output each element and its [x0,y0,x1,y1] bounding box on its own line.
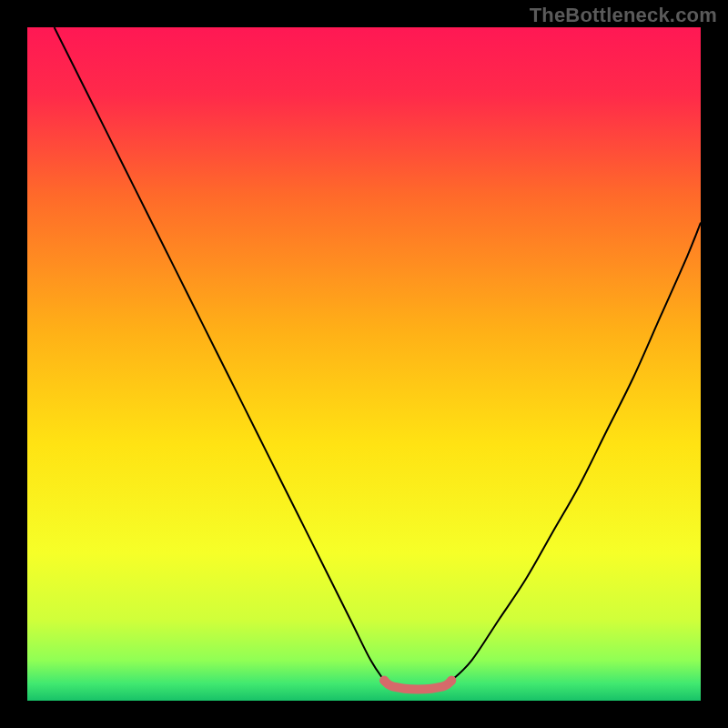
gradient-background [27,27,701,701]
watermark-text: TheBottleneck.com [530,4,717,27]
trough-end-dot [447,676,456,685]
chart-frame: TheBottleneck.com [0,0,728,728]
plot-area [27,27,701,701]
bottleneck-chart [27,27,701,701]
trough-start-dot [379,676,389,685]
